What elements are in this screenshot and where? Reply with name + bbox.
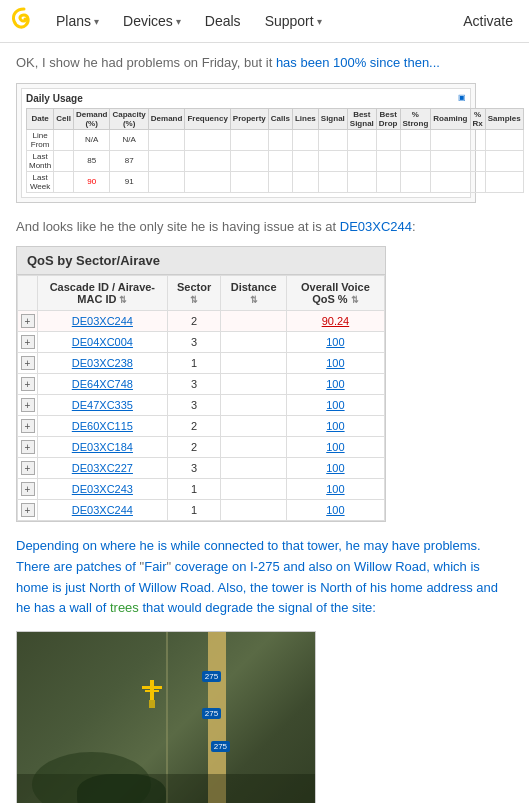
sort-icon-distance[interactable]: ⇅ (250, 295, 258, 305)
col-calls: Calls (268, 108, 292, 129)
nav-deals[interactable]: Deals (193, 0, 253, 42)
daily-usage-block: Daily Usage ▣ Date Cell Demand (%) Capac… (16, 83, 476, 203)
qos-row-5: +DE60XC1152100 (18, 416, 385, 437)
col-roaming: Roaming (431, 108, 470, 129)
col-expand (18, 276, 38, 311)
plus-icon: + (21, 377, 35, 391)
map-label-275-bot: 275 (211, 741, 230, 752)
col-best-signal: Best Signal (347, 108, 376, 129)
qos-sector-7: 3 (167, 458, 221, 479)
sprint-logo (8, 5, 40, 37)
devices-chevron-icon: ▾ (176, 16, 181, 27)
expand-btn-0[interactable]: + (18, 311, 38, 332)
qos-id-1[interactable]: DE04XC004 (38, 332, 168, 353)
qos-value-2[interactable]: 100 (286, 353, 384, 374)
qos-value-1[interactable]: 100 (286, 332, 384, 353)
col-pct-strong: % Strong (400, 108, 431, 129)
qos-id-0[interactable]: DE03XC244 (38, 311, 168, 332)
col-signal: Signal (318, 108, 347, 129)
svg-rect-2 (145, 690, 159, 692)
expand-btn-7[interactable]: + (18, 458, 38, 479)
usage-row-2: Last Month 85 87 (27, 150, 524, 171)
qos-value-4[interactable]: 100 (286, 395, 384, 416)
plus-icon: + (21, 440, 35, 454)
expand-btn-9[interactable]: + (18, 500, 38, 521)
qos-row-6: +DE03XC1842100 (18, 437, 385, 458)
col-capacity-pct: Capacity (%) (110, 108, 148, 129)
nav-support[interactable]: Support ▾ (253, 0, 334, 42)
col-cell: Cell (54, 108, 74, 129)
qos-sector-1: 3 (167, 332, 221, 353)
qos-value-9[interactable]: 100 (286, 500, 384, 521)
sort-icon-qos[interactable]: ⇅ (351, 295, 359, 305)
qos-row-8: +DE03XC2431100 (18, 479, 385, 500)
qos-id-6[interactable]: DE03XC184 (38, 437, 168, 458)
plans-chevron-icon: ▾ (94, 16, 99, 27)
map-image: 275 275 275 (16, 631, 316, 803)
usage-title: Daily Usage (26, 93, 83, 104)
svg-rect-1 (142, 686, 162, 689)
qos-row-0: +DE03XC244290.24 (18, 311, 385, 332)
qos-value-0[interactable]: 90.24 (286, 311, 384, 332)
map-label-275-top: 275 (202, 671, 221, 682)
col-date: Date (27, 108, 54, 129)
qos-sector-0: 2 (167, 311, 221, 332)
qos-id-3[interactable]: DE64XC748 (38, 374, 168, 395)
col-property: Property (230, 108, 268, 129)
nav-plans[interactable]: Plans ▾ (44, 0, 111, 42)
usage-title-row: Daily Usage ▣ (26, 93, 466, 104)
usage-row-3: Last Week 90 91 (27, 171, 524, 192)
section2-label: And looks like he the only site he is ha… (16, 217, 513, 237)
qos-header-row: Cascade ID / Airave-MAC ID ⇅ Sector ⇅ Di… (18, 276, 385, 311)
map-background: 275 275 275 (17, 632, 315, 803)
qos-value-6[interactable]: 100 (286, 437, 384, 458)
qos-row-1: +DE04XC0043100 (18, 332, 385, 353)
qos-distance-1 (221, 332, 286, 353)
qos-distance-8 (221, 479, 286, 500)
qos-id-2[interactable]: DE03XC238 (38, 353, 168, 374)
qos-sector-4: 3 (167, 395, 221, 416)
col-demand: Demand (148, 108, 185, 129)
sort-icon-sector[interactable]: ⇅ (190, 295, 198, 305)
qos-title: QoS by Sector/Airave (17, 247, 385, 275)
expand-btn-4[interactable]: + (18, 395, 38, 416)
expand-btn-3[interactable]: + (18, 374, 38, 395)
qos-distance-6 (221, 437, 286, 458)
expand-btn-8[interactable]: + (18, 479, 38, 500)
qos-sector-3: 3 (167, 374, 221, 395)
col-freq: Frequency (185, 108, 230, 129)
qos-distance-0 (221, 311, 286, 332)
expand-btn-2[interactable]: + (18, 353, 38, 374)
qos-sector-2: 1 (167, 353, 221, 374)
usage-table-header-row: Date Cell Demand (%) Capacity (%) Demand… (27, 108, 524, 129)
expand-btn-5[interactable]: + (18, 416, 38, 437)
usage-link[interactable]: ▣ (458, 93, 466, 104)
qos-id-5[interactable]: DE60XC115 (38, 416, 168, 437)
map-tower-marker (142, 680, 162, 713)
qos-id-8[interactable]: DE03XC243 (38, 479, 168, 500)
col-distance: Distance ⇅ (221, 276, 286, 311)
plus-icon: + (21, 482, 35, 496)
expand-btn-6[interactable]: + (18, 437, 38, 458)
col-sector: Sector ⇅ (167, 276, 221, 311)
map-tree-patch2 (77, 774, 166, 803)
col-qos: Overall Voice QoS % ⇅ (286, 276, 384, 311)
expand-btn-1[interactable]: + (18, 332, 38, 353)
qos-value-3[interactable]: 100 (286, 374, 384, 395)
qos-value-7[interactable]: 100 (286, 458, 384, 479)
qos-sector-9: 1 (167, 500, 221, 521)
col-best-drop: Best Drop (376, 108, 400, 129)
qos-id-9[interactable]: DE03XC244 (38, 500, 168, 521)
qos-id-7[interactable]: DE03XC227 (38, 458, 168, 479)
qos-row-9: +DE03XC2441100 (18, 500, 385, 521)
qos-distance-7 (221, 458, 286, 479)
qos-id-4[interactable]: DE47XC335 (38, 395, 168, 416)
nav-activate[interactable]: Activate (455, 13, 521, 29)
nav-devices[interactable]: Devices ▾ (111, 0, 193, 42)
sort-icon-id[interactable]: ⇅ (119, 295, 127, 305)
qos-value-8[interactable]: 100 (286, 479, 384, 500)
plus-icon: + (21, 356, 35, 370)
qos-value-5[interactable]: 100 (286, 416, 384, 437)
daily-usage-inner: Daily Usage ▣ Date Cell Demand (%) Capac… (21, 88, 471, 198)
col-rx: % Rx (470, 108, 485, 129)
